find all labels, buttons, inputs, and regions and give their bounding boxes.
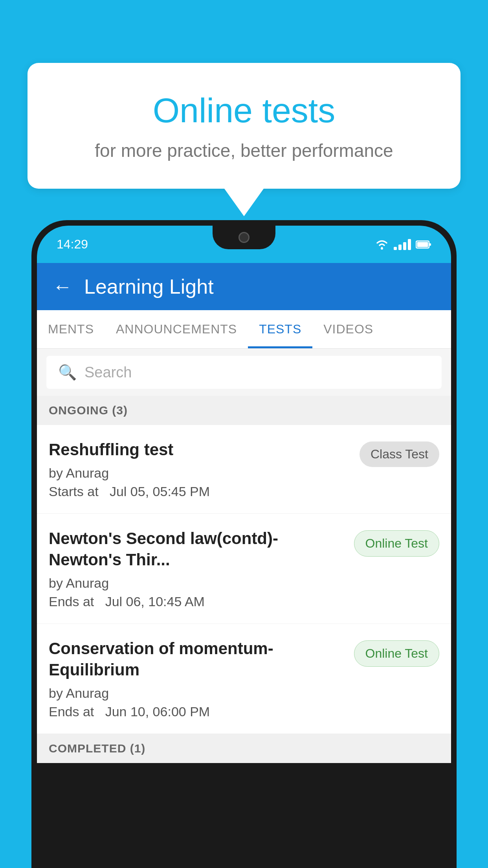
ongoing-section-header: ONGOING (3) <box>37 396 451 425</box>
battery-icon <box>416 240 431 249</box>
page-background: Online tests for more practice, better p… <box>0 0 488 868</box>
svg-rect-3 <box>429 243 431 246</box>
speech-bubble-container: Online tests for more practice, better p… <box>28 63 460 216</box>
phone-inner: 14:29 <box>37 226 451 868</box>
test-item-2[interactable]: Newton's Second law(contd)-Newton's Thir… <box>37 514 451 624</box>
phone-frame: 14:29 <box>31 220 457 868</box>
speech-bubble-title: Online tests <box>59 90 429 131</box>
test-info-1: Reshuffling test by Anurag Starts at Jul… <box>49 439 360 499</box>
completed-section-header: COMPLETED (1) <box>37 734 451 763</box>
tabs-container: MENTS ANNOUNCEMENTS TESTS VIDEOS <box>37 310 451 349</box>
speech-bubble-subtitle: for more practice, better performance <box>59 140 429 161</box>
search-bar[interactable]: 🔍 Search <box>46 356 442 389</box>
app-title: Learning Light <box>84 275 214 298</box>
app-header: ← Learning Light <box>37 263 451 310</box>
test-badge-3: Online Test <box>354 640 440 667</box>
test-badge-1: Class Test <box>360 441 439 467</box>
tab-announcements[interactable]: ANNOUNCEMENTS <box>105 310 248 348</box>
test-name-1: Reshuffling test <box>49 439 352 461</box>
test-list: Reshuffling test by Anurag Starts at Jul… <box>37 425 451 734</box>
search-placeholder: Search <box>84 364 132 381</box>
svg-point-0 <box>381 247 383 250</box>
test-author-1: by Anurag <box>49 465 352 481</box>
test-item-3[interactable]: Conservation of momentum-Equilibrium by … <box>37 624 451 734</box>
signal-icon <box>394 239 411 250</box>
test-badge-2: Online Test <box>354 530 440 557</box>
test-info-2: Newton's Second law(contd)-Newton's Thir… <box>49 528 354 609</box>
test-name-2: Newton's Second law(contd)-Newton's Thir… <box>49 528 346 571</box>
speech-bubble-arrow <box>224 189 264 216</box>
status-bar: 14:29 <box>37 226 451 263</box>
tab-videos[interactable]: VIDEOS <box>312 310 384 348</box>
test-name-3: Conservation of momentum-Equilibrium <box>49 638 346 681</box>
svg-rect-2 <box>417 242 428 247</box>
tab-ments[interactable]: MENTS <box>37 310 105 348</box>
status-icons <box>375 239 431 250</box>
test-author-2: by Anurag <box>49 576 346 591</box>
wifi-icon <box>375 239 389 250</box>
test-info-3: Conservation of momentum-Equilibrium by … <box>49 638 354 719</box>
test-date-2: Ends at Jul 06, 10:45 AM <box>49 594 346 609</box>
test-author-3: by Anurag <box>49 686 346 701</box>
test-date-3: Ends at Jun 10, 06:00 PM <box>49 704 346 719</box>
camera-dot <box>238 232 250 243</box>
test-item-1[interactable]: Reshuffling test by Anurag Starts at Jul… <box>37 425 451 514</box>
notch-cutout <box>213 226 275 249</box>
speech-bubble: Online tests for more practice, better p… <box>28 63 460 189</box>
back-button[interactable]: ← <box>53 275 72 298</box>
tab-tests[interactable]: TESTS <box>248 310 312 348</box>
search-container: 🔍 Search <box>37 349 451 396</box>
status-time: 14:29 <box>57 237 88 252</box>
test-date-1: Starts at Jul 05, 05:45 PM <box>49 484 352 499</box>
search-icon: 🔍 <box>58 364 77 381</box>
